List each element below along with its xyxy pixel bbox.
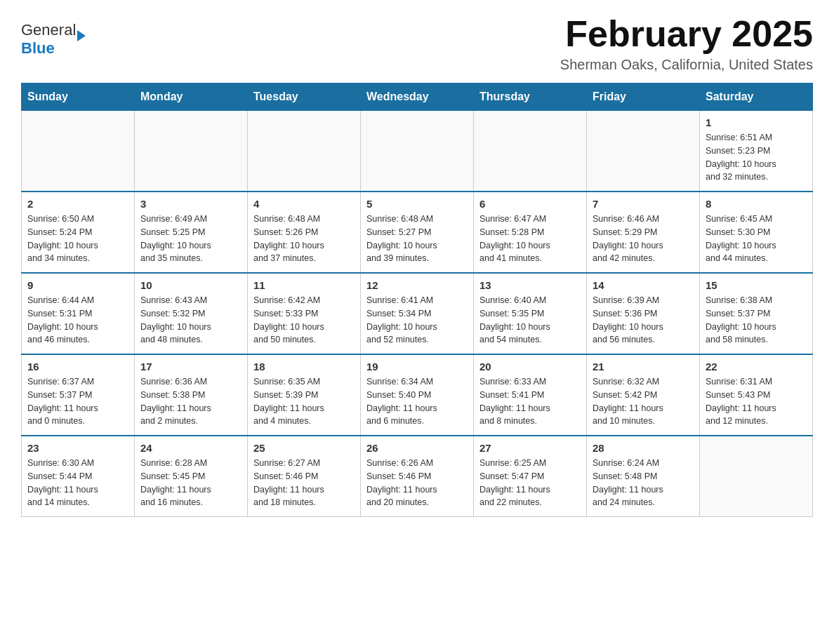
calendar-cell: 21Sunrise: 6:32 AM Sunset: 5:42 PM Dayli… <box>587 354 700 436</box>
day-number: 2 <box>27 198 128 210</box>
calendar-week-row: 2Sunrise: 6:50 AM Sunset: 5:24 PM Daylig… <box>22 192 813 273</box>
calendar-cell: 27Sunrise: 6:25 AM Sunset: 5:47 PM Dayli… <box>474 436 587 517</box>
day-info: Sunrise: 6:37 AM Sunset: 5:37 PM Dayligh… <box>27 375 128 428</box>
calendar-cell: 10Sunrise: 6:43 AM Sunset: 5:32 PM Dayli… <box>135 273 248 354</box>
day-number: 1 <box>706 116 807 128</box>
day-info: Sunrise: 6:25 AM Sunset: 5:47 PM Dayligh… <box>479 457 581 509</box>
day-info: Sunrise: 6:24 AM Sunset: 5:48 PM Dayligh… <box>593 457 694 509</box>
location-subtitle: Sherman Oaks, California, United States <box>560 57 813 73</box>
col-header-monday: Monday <box>135 83 248 111</box>
day-number: 10 <box>140 279 241 291</box>
logo-blue: Blue <box>21 39 55 57</box>
day-info: Sunrise: 6:34 AM Sunset: 5:40 PM Dayligh… <box>366 375 468 428</box>
calendar-cell: 19Sunrise: 6:34 AM Sunset: 5:40 PM Dayli… <box>361 354 474 436</box>
calendar-cell <box>361 111 474 192</box>
day-info: Sunrise: 6:36 AM Sunset: 5:38 PM Dayligh… <box>140 375 241 428</box>
logo-general: General <box>21 21 76 39</box>
calendar-cell: 18Sunrise: 6:35 AM Sunset: 5:39 PM Dayli… <box>248 354 361 436</box>
day-number: 3 <box>140 198 241 210</box>
calendar-cell: 14Sunrise: 6:39 AM Sunset: 5:36 PM Dayli… <box>587 273 700 354</box>
day-number: 15 <box>706 279 807 291</box>
day-info: Sunrise: 6:46 AM Sunset: 5:29 PM Dayligh… <box>593 213 694 265</box>
day-number: 20 <box>479 361 581 373</box>
day-number: 24 <box>140 442 241 454</box>
month-title: February 2025 <box>560 14 813 54</box>
calendar-cell: 8Sunrise: 6:45 AM Sunset: 5:30 PM Daylig… <box>700 192 813 273</box>
calendar-cell: 3Sunrise: 6:49 AM Sunset: 5:25 PM Daylig… <box>135 192 248 273</box>
calendar-cell: 28Sunrise: 6:24 AM Sunset: 5:48 PM Dayli… <box>587 436 700 517</box>
day-number: 9 <box>27 279 128 291</box>
calendar-cell: 7Sunrise: 6:46 AM Sunset: 5:29 PM Daylig… <box>587 192 700 273</box>
calendar-cell: 1Sunrise: 6:51 AM Sunset: 5:23 PM Daylig… <box>700 111 813 192</box>
col-header-tuesday: Tuesday <box>248 83 361 111</box>
calendar-week-row: 1Sunrise: 6:51 AM Sunset: 5:23 PM Daylig… <box>22 111 813 192</box>
day-number: 25 <box>253 442 355 454</box>
day-number: 8 <box>706 198 807 210</box>
calendar-cell: 2Sunrise: 6:50 AM Sunset: 5:24 PM Daylig… <box>22 192 135 273</box>
day-number: 27 <box>479 442 581 454</box>
logo-arrow-icon <box>77 30 86 41</box>
calendar-cell: 22Sunrise: 6:31 AM Sunset: 5:43 PM Dayli… <box>700 354 813 436</box>
day-info: Sunrise: 6:31 AM Sunset: 5:43 PM Dayligh… <box>706 375 807 428</box>
calendar-cell: 4Sunrise: 6:48 AM Sunset: 5:26 PM Daylig… <box>248 192 361 273</box>
calendar-cell: 23Sunrise: 6:30 AM Sunset: 5:44 PM Dayli… <box>22 436 135 517</box>
day-number: 4 <box>253 198 355 210</box>
day-number: 21 <box>593 361 694 373</box>
day-info: Sunrise: 6:51 AM Sunset: 5:23 PM Dayligh… <box>706 131 807 184</box>
day-info: Sunrise: 6:48 AM Sunset: 5:27 PM Dayligh… <box>366 213 468 265</box>
day-number: 6 <box>479 198 581 210</box>
day-info: Sunrise: 6:50 AM Sunset: 5:24 PM Dayligh… <box>27 213 128 265</box>
calendar-week-row: 23Sunrise: 6:30 AM Sunset: 5:44 PM Dayli… <box>22 436 813 517</box>
day-number: 22 <box>706 361 807 373</box>
day-info: Sunrise: 6:47 AM Sunset: 5:28 PM Dayligh… <box>479 213 581 265</box>
day-info: Sunrise: 6:39 AM Sunset: 5:36 PM Dayligh… <box>593 294 694 347</box>
day-info: Sunrise: 6:48 AM Sunset: 5:26 PM Dayligh… <box>253 213 355 265</box>
calendar-cell <box>248 111 361 192</box>
day-number: 16 <box>27 361 128 373</box>
calendar-cell: 24Sunrise: 6:28 AM Sunset: 5:45 PM Dayli… <box>135 436 248 517</box>
day-number: 11 <box>253 279 355 291</box>
day-info: Sunrise: 6:33 AM Sunset: 5:41 PM Dayligh… <box>479 375 581 428</box>
calendar-cell: 13Sunrise: 6:40 AM Sunset: 5:35 PM Dayli… <box>474 273 587 354</box>
col-header-saturday: Saturday <box>700 83 813 111</box>
calendar-cell: 9Sunrise: 6:44 AM Sunset: 5:31 PM Daylig… <box>22 273 135 354</box>
calendar-header-row: SundayMondayTuesdayWednesdayThursdayFrid… <box>22 83 813 111</box>
day-info: Sunrise: 6:28 AM Sunset: 5:45 PM Dayligh… <box>140 457 241 509</box>
calendar-table: SundayMondayTuesdayWednesdayThursdayFrid… <box>21 83 813 517</box>
day-number: 12 <box>366 279 468 291</box>
calendar-cell: 15Sunrise: 6:38 AM Sunset: 5:37 PM Dayli… <box>700 273 813 354</box>
title-block: February 2025 Sherman Oaks, California, … <box>560 14 813 73</box>
day-number: 26 <box>366 442 468 454</box>
day-number: 13 <box>479 279 581 291</box>
day-number: 23 <box>27 442 128 454</box>
day-number: 7 <box>593 198 694 210</box>
day-info: Sunrise: 6:27 AM Sunset: 5:46 PM Dayligh… <box>253 457 355 509</box>
day-info: Sunrise: 6:42 AM Sunset: 5:33 PM Dayligh… <box>253 294 355 347</box>
day-number: 18 <box>253 361 355 373</box>
calendar-cell: 25Sunrise: 6:27 AM Sunset: 5:46 PM Dayli… <box>248 436 361 517</box>
day-info: Sunrise: 6:35 AM Sunset: 5:39 PM Dayligh… <box>253 375 355 428</box>
calendar-week-row: 16Sunrise: 6:37 AM Sunset: 5:37 PM Dayli… <box>22 354 813 436</box>
calendar-cell <box>587 111 700 192</box>
calendar-cell: 12Sunrise: 6:41 AM Sunset: 5:34 PM Dayli… <box>361 273 474 354</box>
day-info: Sunrise: 6:30 AM Sunset: 5:44 PM Dayligh… <box>27 457 128 509</box>
calendar-cell: 6Sunrise: 6:47 AM Sunset: 5:28 PM Daylig… <box>474 192 587 273</box>
calendar-cell <box>22 111 135 192</box>
calendar-cell: 26Sunrise: 6:26 AM Sunset: 5:46 PM Dayli… <box>361 436 474 517</box>
calendar-cell <box>135 111 248 192</box>
day-number: 5 <box>366 198 468 210</box>
calendar-week-row: 9Sunrise: 6:44 AM Sunset: 5:31 PM Daylig… <box>22 273 813 354</box>
day-number: 28 <box>593 442 694 454</box>
day-info: Sunrise: 6:38 AM Sunset: 5:37 PM Dayligh… <box>706 294 807 347</box>
calendar-cell: 20Sunrise: 6:33 AM Sunset: 5:41 PM Dayli… <box>474 354 587 436</box>
day-info: Sunrise: 6:26 AM Sunset: 5:46 PM Dayligh… <box>366 457 468 509</box>
col-header-thursday: Thursday <box>474 83 587 111</box>
day-info: Sunrise: 6:40 AM Sunset: 5:35 PM Dayligh… <box>479 294 581 347</box>
logo: General Blue <box>21 21 86 58</box>
day-info: Sunrise: 6:49 AM Sunset: 5:25 PM Dayligh… <box>140 213 241 265</box>
day-number: 19 <box>366 361 468 373</box>
logo-text: General Blue <box>21 21 76 58</box>
calendar-cell: 17Sunrise: 6:36 AM Sunset: 5:38 PM Dayli… <box>135 354 248 436</box>
calendar-cell <box>474 111 587 192</box>
day-info: Sunrise: 6:32 AM Sunset: 5:42 PM Dayligh… <box>593 375 694 428</box>
